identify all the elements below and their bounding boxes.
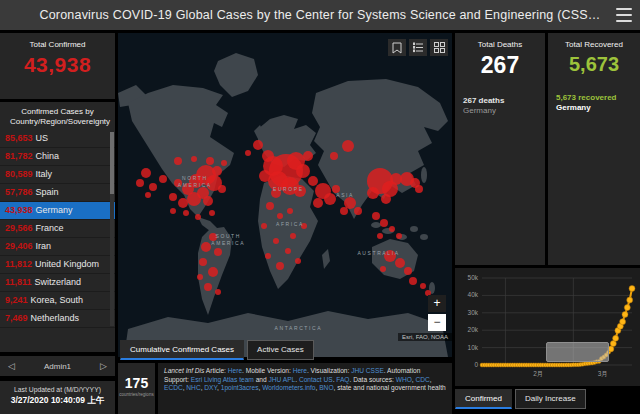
- case-cluster-dot[interactable]: [266, 202, 274, 210]
- source-link[interactable]: CDC: [416, 376, 430, 383]
- case-cluster-dot[interactable]: [415, 185, 423, 193]
- tab-active-cases[interactable]: Active Cases: [247, 340, 314, 360]
- case-cluster-dot[interactable]: [259, 170, 271, 182]
- case-cluster-dot[interactable]: [183, 210, 189, 216]
- source-link[interactable]: Here: [228, 367, 242, 374]
- case-cluster-dot[interactable]: [344, 197, 356, 209]
- case-cluster-dot[interactable]: [420, 283, 426, 289]
- case-cluster-dot[interactable]: [209, 210, 215, 216]
- case-cluster-dot[interactable]: [381, 194, 391, 204]
- source-link[interactable]: NHC: [186, 384, 200, 391]
- legend-list-icon[interactable]: [409, 39, 427, 56]
- case-cluster-dot[interactable]: [214, 248, 222, 256]
- case-cluster-dot[interactable]: [290, 233, 296, 239]
- prev-page-icon[interactable]: ◁: [8, 361, 15, 371]
- country-row[interactable]: 7,469Netherlands: [0, 310, 115, 328]
- country-row[interactable]: 29,406Iran: [0, 238, 115, 256]
- country-row[interactable]: 29,566France: [0, 220, 115, 238]
- chart-data-point[interactable]: [620, 319, 626, 325]
- chart-data-point[interactable]: [624, 305, 630, 311]
- case-cluster-dot[interactable]: [145, 192, 151, 198]
- case-cluster-dot[interactable]: [380, 219, 388, 227]
- case-cluster-dot[interactable]: [287, 208, 293, 214]
- tab-confirmed[interactable]: Confirmed: [455, 389, 512, 409]
- case-cluster-dot[interactable]: [253, 140, 263, 150]
- country-row[interactable]: 85,653US: [0, 130, 115, 148]
- case-cluster-dot[interactable]: [367, 187, 379, 199]
- case-cluster-dot[interactable]: [261, 223, 267, 229]
- source-link[interactable]: Contact US: [299, 376, 333, 383]
- case-cluster-dot[interactable]: [197, 274, 203, 280]
- case-cluster-dot[interactable]: [195, 214, 201, 220]
- list-scrollbar[interactable]: [110, 132, 114, 326]
- source-link[interactable]: 1point3acres: [221, 384, 259, 391]
- chart-data-point[interactable]: [627, 297, 633, 303]
- case-cluster-dot[interactable]: [389, 226, 395, 232]
- case-cluster-dot[interactable]: [204, 283, 212, 291]
- case-cluster-dot[interactable]: [276, 262, 284, 270]
- country-row[interactable]: 57,786Spain: [0, 184, 115, 202]
- case-cluster-dot[interactable]: [265, 253, 271, 259]
- case-cluster-dot[interactable]: [313, 198, 323, 208]
- bookmark-icon[interactable]: [388, 39, 406, 56]
- case-cluster-dot[interactable]: [159, 175, 167, 183]
- country-row[interactable]: 11,811Switzerland: [0, 274, 115, 292]
- country-row[interactable]: 9,241Korea, South: [0, 292, 115, 310]
- country-row[interactable]: 80,589Italy: [0, 166, 115, 184]
- case-cluster-dot[interactable]: [354, 207, 362, 215]
- case-cluster-dot[interactable]: [285, 248, 291, 254]
- source-link[interactable]: JHU APL: [268, 376, 295, 383]
- country-row[interactable]: 6,909Austria: [0, 328, 115, 330]
- case-cluster-dot[interactable]: [141, 168, 151, 178]
- source-link[interactable]: JHU CSSE: [351, 367, 384, 374]
- hamburger-menu-icon[interactable]: [616, 8, 632, 22]
- case-cluster-dot[interactable]: [245, 150, 251, 156]
- source-link[interactable]: Here: [293, 367, 307, 374]
- country-row[interactable]: 11,812United Kingdom: [0, 256, 115, 274]
- case-cluster-dot[interactable]: [149, 183, 157, 191]
- case-cluster-dot[interactable]: [212, 166, 222, 176]
- case-cluster-dot[interactable]: [215, 289, 221, 295]
- map-zoom-out-button[interactable]: −: [428, 314, 446, 331]
- case-cluster-dot[interactable]: [206, 157, 214, 165]
- case-cluster-dot[interactable]: [303, 151, 313, 161]
- source-link[interactable]: Esri Living Atlas team: [191, 376, 254, 383]
- case-cluster-dot[interactable]: [395, 258, 405, 268]
- country-row[interactable]: 81,782China: [0, 148, 115, 166]
- map-zoom-in-button[interactable]: +: [428, 295, 446, 312]
- source-link[interactable]: DXY: [204, 384, 217, 391]
- case-cluster-dot[interactable]: [324, 193, 336, 205]
- recovered-list-item[interactable]: 5,673 recovered Germany: [548, 90, 640, 116]
- chart-data-point[interactable]: [622, 311, 628, 317]
- case-cluster-dot[interactable]: [174, 157, 182, 165]
- chart-data-point[interactable]: [613, 335, 619, 341]
- case-cluster-dot[interactable]: [199, 258, 207, 266]
- case-cluster-dot[interactable]: [262, 150, 274, 162]
- source-link[interactable]: ECDC: [164, 384, 183, 391]
- case-cluster-dot[interactable]: [273, 238, 279, 244]
- case-cluster-dot[interactable]: [342, 140, 354, 152]
- case-cluster-dot[interactable]: [178, 198, 188, 208]
- case-cluster-dot[interactable]: [218, 185, 226, 193]
- case-cluster-dot[interactable]: [170, 208, 176, 214]
- source-link[interactable]: WHO: [396, 376, 412, 383]
- tab-cumulative-confirmed-cases[interactable]: Cumulative Confirmed Cases: [120, 340, 244, 360]
- chart-data-point[interactable]: [629, 286, 635, 292]
- case-cluster-dot[interactable]: [372, 212, 380, 220]
- next-page-icon[interactable]: ▷: [100, 361, 107, 371]
- case-cluster-dot[interactable]: [396, 233, 402, 239]
- case-cluster-dot[interactable]: [201, 242, 211, 252]
- case-cluster-dot[interactable]: [409, 277, 417, 285]
- country-row[interactable]: 43,938Germany: [0, 202, 115, 220]
- case-cluster-dot[interactable]: [340, 207, 348, 215]
- case-cluster-dot[interactable]: [169, 193, 177, 201]
- case-cluster-dot[interactable]: [296, 164, 310, 178]
- case-cluster-dot[interactable]: [221, 160, 227, 166]
- case-cluster-dot[interactable]: [136, 179, 144, 187]
- source-link[interactable]: BNO: [319, 384, 333, 391]
- case-cluster-dot[interactable]: [203, 196, 213, 206]
- source-link[interactable]: Worldometers.info: [262, 384, 315, 391]
- deaths-list-item[interactable]: 267 deaths Germany: [455, 93, 545, 119]
- scrollbar-thumb[interactable]: [110, 132, 114, 194]
- case-cluster-dot[interactable]: [377, 233, 383, 239]
